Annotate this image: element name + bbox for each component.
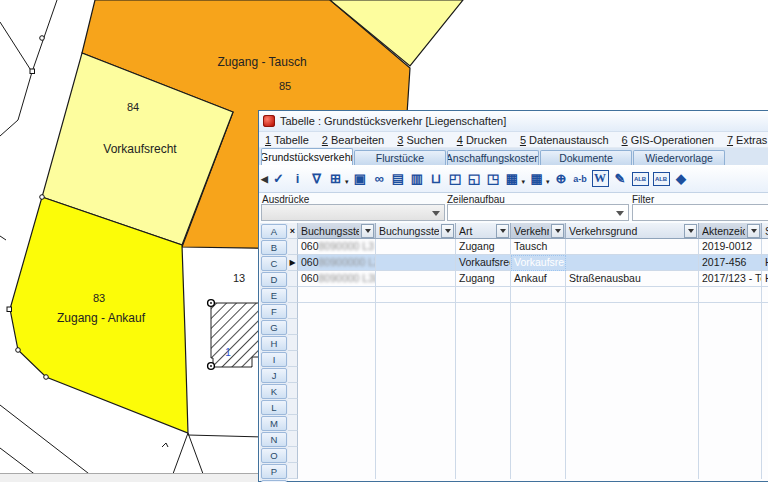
table-cell[interactable]: 06080900000 L27	[298, 255, 376, 271]
table-row[interactable]: 0608090000 L3L7ZugangAnkaufStraßenausbau…	[288, 271, 768, 287]
table-cell[interactable]: Straßenausbau	[566, 271, 699, 287]
table-filter-icon[interactable]: ▦	[527, 169, 546, 188]
table-cell[interactable]: 2017/123 - Test TFW	[699, 271, 762, 287]
alphabet-button-E[interactable]: E	[261, 288, 287, 303]
alphabet-button-I[interactable]: I	[261, 352, 287, 367]
sort-columns-icon[interactable]: ⊞	[326, 169, 345, 188]
column-header-verkehrsart[interactable]: Verkehrsart	[511, 223, 566, 239]
column-header-buchungsstelle-alt[interactable]: Buchungsstelle alt	[298, 223, 376, 239]
table-cell[interactable]: 0608090000 L3L7	[298, 271, 376, 287]
copy-records-icon[interactable]: ▣	[351, 169, 370, 188]
table-row[interactable]: 0608090000 L3 BZugangTausch2019-0012	[288, 239, 768, 255]
menu-item-gis-operationen[interactable]: 6 GIS-Operationen	[622, 134, 714, 146]
alphabet-button-C[interactable]: C	[261, 256, 287, 271]
collapse-left-icon[interactable]: ◀	[260, 169, 269, 188]
alphabet-button-J[interactable]: J	[261, 368, 287, 383]
column-filter-dropdown-icon[interactable]	[551, 224, 564, 238]
column-filter-dropdown-icon[interactable]	[496, 224, 509, 238]
table-cell[interactable]: Tausch	[511, 239, 566, 255]
column-header-art[interactable]: Art	[456, 223, 511, 239]
alphabet-button-D[interactable]: D	[261, 272, 287, 287]
tab-dokumente[interactable]: Dokumente	[540, 150, 632, 165]
sort-columns-icon-dropdown[interactable]: ▾	[345, 178, 349, 186]
table-cell[interactable]: Zugang	[456, 271, 511, 287]
tab-wiedervorlage[interactable]: Wiedervorlage	[633, 150, 725, 165]
table-row[interactable]: ▶06080900000 L27VorkaufsrechtVorkaufsrec…	[288, 255, 768, 271]
table-cell[interactable]: 2019-0012	[699, 239, 762, 255]
table-cell[interactable]	[376, 271, 456, 287]
ausdruecke-combobox[interactable]	[261, 204, 445, 221]
table-cell[interactable]: 0608090000 L3 B	[298, 239, 376, 255]
window-titlebar[interactable]: Tabelle : Grundstücksverkehr [Liegenscha…	[259, 111, 768, 132]
table-cell[interactable]	[566, 255, 699, 271]
gis-select-icon[interactable]: ◰	[446, 169, 465, 188]
alphabet-button-A[interactable]: A	[261, 224, 287, 239]
confirm-check-icon[interactable]: ✓	[269, 169, 288, 188]
alphabet-button-O[interactable]: O	[261, 448, 287, 463]
menu-item-tabelle[interactable]: 1 Tabelle	[265, 134, 309, 146]
gis-area-icon[interactable]: ◱	[465, 169, 484, 188]
grab-icon[interactable]: ◆	[672, 169, 691, 188]
menu-item-bearbeiten[interactable]: 2 Bearbeiten	[322, 134, 384, 146]
empty-row	[288, 399, 768, 415]
tab-grundstücksverkehr[interactable]: Grundstücksverkehr	[261, 148, 353, 165]
alphabet-button-M[interactable]: M	[261, 416, 287, 431]
alphabet-button-B[interactable]: B	[261, 240, 287, 255]
empty-cell	[376, 287, 456, 303]
table-cell[interactable]	[762, 239, 768, 255]
table-cell[interactable]: Har	[762, 255, 768, 271]
delete-trash-icon[interactable]: ⊔	[427, 169, 446, 188]
alphabet-button-P[interactable]: P	[261, 464, 287, 479]
column-filter-dropdown-icon[interactable]	[441, 224, 454, 238]
table-cell[interactable]	[566, 239, 699, 255]
table-cell[interactable]: Vorkaufsrecht	[456, 255, 511, 271]
selected-area-hatched[interactable]	[211, 303, 265, 367]
column-header-aktenzeichen[interactable]: Aktenzeichen	[699, 223, 762, 239]
gis-view-icon[interactable]: ◳	[484, 169, 503, 188]
target-icon[interactable]: ⊕	[552, 169, 571, 188]
zeilenaufbau-combobox[interactable]	[447, 204, 629, 221]
table-cell[interactable]	[376, 255, 456, 271]
column-filter-dropdown-icon[interactable]	[747, 224, 760, 238]
alphabet-button-K[interactable]: K	[261, 384, 287, 399]
menu-item-suchen[interactable]: 3 Suchen	[397, 134, 444, 146]
table-action-icon[interactable]: ▦	[503, 169, 522, 188]
column-filter-dropdown-icon[interactable]	[361, 224, 374, 238]
empty-cell	[376, 383, 456, 399]
table-cell[interactable]: Har	[762, 271, 768, 287]
table-cell[interactable]: 2017-456	[699, 255, 762, 271]
alphabet-button-H[interactable]: H	[261, 336, 287, 351]
new-record-icon[interactable]: ▤	[389, 169, 408, 188]
table-cell[interactable]: Vorkaufsrecht	[511, 255, 566, 271]
table-cell[interactable]	[376, 239, 456, 255]
word-export-icon[interactable]: W	[592, 170, 609, 187]
menu-item-extras[interactable]: 7 Extras	[727, 134, 767, 146]
tab-anschaffungskosten[interactable]: Anschaffungskosten	[447, 150, 539, 165]
alphabet-button-G[interactable]: G	[261, 320, 287, 335]
alb-folder2-icon[interactable]: ALB	[653, 172, 670, 186]
alphabet-button-F[interactable]: F	[261, 304, 287, 319]
tab-flurstücke[interactable]: Flurstücke	[354, 150, 446, 165]
table-cell[interactable]: Zugang	[456, 239, 511, 255]
table-cell[interactable]: Ankauf	[511, 271, 566, 287]
info-icon[interactable]: i	[288, 169, 307, 188]
alb-folder-icon[interactable]: ALB	[632, 172, 649, 186]
search-binoculars-icon[interactable]: ∞	[370, 169, 389, 188]
filter-combobox[interactable]	[632, 204, 768, 221]
filter-funnel-icon[interactable]: ∇	[307, 169, 326, 188]
column-header-stra[interactable]: Stra	[762, 223, 768, 239]
parcel-83-number: 83	[93, 292, 105, 304]
menu-item-datenaustausch[interactable]: 5 Datenaustausch	[520, 134, 609, 146]
record-info-icon[interactable]: ▥	[408, 169, 427, 188]
edit-document-icon[interactable]: ✎	[611, 169, 630, 188]
table-filter-icon-dropdown[interactable]: ▾	[546, 178, 550, 186]
alphabet-button-N[interactable]: N	[261, 432, 287, 447]
column-header-buchungsstelle-neu[interactable]: Buchungsstelle neu	[376, 223, 456, 239]
menu-item-drucken[interactable]: 4 Drucken	[457, 134, 507, 146]
alphabet-button-L[interactable]: L	[261, 400, 287, 415]
column-filter-dropdown-icon[interactable]	[684, 224, 697, 238]
empty-cell	[566, 287, 699, 303]
ab-compare-icon[interactable]: a-b	[571, 169, 590, 188]
table-action-icon-dropdown[interactable]: ▾	[522, 178, 526, 186]
column-header-verkehrsgrund[interactable]: Verkehrsgrund	[566, 223, 699, 239]
